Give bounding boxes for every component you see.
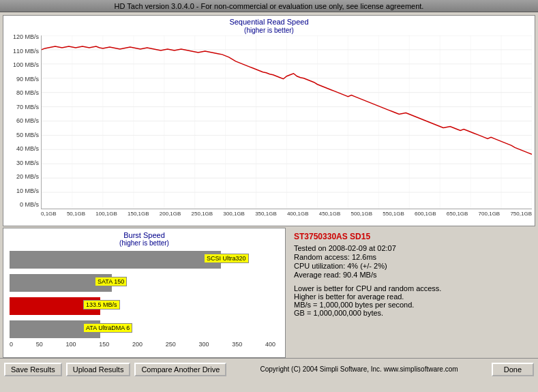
burst-x-axis: 0 50 100 150 200 250 300 350 400 bbox=[10, 340, 275, 348]
info-note-2: Higher is better for average read. bbox=[294, 292, 530, 301]
x-label-250: 250,1GB bbox=[192, 211, 213, 217]
x-label-750: 750,1GB bbox=[510, 211, 532, 217]
drive-model-title: ST3750330AS SD15 bbox=[294, 232, 530, 241]
y-label-40: 40 MB/s bbox=[6, 146, 39, 152]
x-label-300: 300,1GB bbox=[223, 211, 245, 217]
burst-x-0: 0 bbox=[10, 341, 13, 348]
info-line-3: CPU utilization: 4% (+/- 2%) bbox=[294, 262, 530, 270]
footer: Save Results Upload Results Compare Anot… bbox=[0, 358, 538, 380]
title-text: HD Tach version 3.0.4.0 - For non-commer… bbox=[115, 2, 424, 10]
burst-chart-title: Burst Speed bbox=[6, 231, 282, 239]
y-label-100: 100 MB/s bbox=[6, 62, 39, 68]
x-label-550: 550,1GB bbox=[383, 211, 404, 217]
x-label-600: 600,1GB bbox=[415, 211, 436, 217]
upload-results-button[interactable]: Upload Results bbox=[66, 363, 131, 376]
burst-bar-actual-label: 133.5 MB/s bbox=[83, 300, 120, 310]
x-label-350: 350,1GB bbox=[255, 211, 277, 217]
title-bar: HD Tach version 3.0.4.0 - For non-commer… bbox=[0, 0, 538, 12]
burst-section: Burst Speed (higher is better) SCSI Ultr… bbox=[3, 228, 286, 358]
x-label-150: 150,1GB bbox=[128, 211, 149, 217]
x-label-500: 500,1GB bbox=[350, 211, 372, 217]
y-label-120: 120 MB/s bbox=[6, 34, 39, 40]
burst-x-100: 100 bbox=[65, 341, 76, 348]
info-line-1: Tested on 2008-02-09 at 02:07 bbox=[294, 244, 530, 252]
burst-x-200: 200 bbox=[132, 341, 143, 348]
x-axis-labels: 0,1GB 50,1GB 100,1GB 150,1GB 200,1GB 250… bbox=[41, 209, 532, 217]
y-label-70: 70 MB/s bbox=[6, 104, 39, 110]
burst-bar-ata-label: ATA UltraDMA 6 bbox=[83, 323, 132, 333]
y-label-10: 10 MB/s bbox=[6, 188, 39, 194]
burst-bar-scsi-fill bbox=[10, 251, 221, 269]
y-label-50: 50 MB/s bbox=[6, 132, 39, 138]
y-label-80: 80 MB/s bbox=[6, 90, 39, 96]
burst-bar-sata: SATA 150 bbox=[10, 274, 255, 292]
burst-x-50: 50 bbox=[36, 341, 43, 348]
save-results-button[interactable]: Save Results bbox=[4, 363, 62, 376]
x-label-450: 450,1GB bbox=[319, 211, 341, 217]
x-label-200: 200,1GB bbox=[160, 211, 181, 217]
y-label-110: 110 MB/s bbox=[6, 48, 39, 55]
x-label-100: 100,1GB bbox=[95, 211, 117, 217]
y-label-30: 30 MB/s bbox=[6, 160, 39, 166]
bottom-area: Burst Speed (higher is better) SCSI Ultr… bbox=[3, 228, 535, 358]
info-line-4: Average read: 90.4 MB/s bbox=[294, 271, 530, 279]
burst-bar-sata-label: SATA 150 bbox=[95, 277, 127, 286]
burst-x-150: 150 bbox=[99, 341, 109, 348]
burst-x-250: 250 bbox=[166, 341, 176, 348]
burst-bar-ata: ATA UltraDMA 6 bbox=[10, 320, 255, 338]
y-label-60: 60 MB/s bbox=[6, 118, 39, 124]
x-label-700: 700,1GB bbox=[479, 211, 500, 217]
x-label-650: 650,1GB bbox=[447, 211, 468, 217]
burst-bar-scsi-label: SCSI Ultra320 bbox=[204, 254, 249, 263]
x-label-50: 50,1GB bbox=[67, 211, 85, 217]
compare-drive-button[interactable]: Compare Another Drive bbox=[134, 363, 226, 376]
burst-bar-actual: 133.5 MB/s bbox=[10, 297, 255, 315]
y-label-90: 90 MB/s bbox=[6, 76, 39, 82]
info-note-3: MB/s = 1,000,000 bytes per second. bbox=[294, 301, 530, 309]
footer-copyright: Copyright (C) 2004 Simpli Software, Inc.… bbox=[230, 365, 487, 373]
burst-x-350: 350 bbox=[232, 341, 242, 348]
burst-x-300: 300 bbox=[198, 341, 209, 348]
drive-info-section: ST3750330AS SD15 Tested on 2008-02-09 at… bbox=[288, 228, 535, 358]
info-note-4: GB = 1,000,000,000 bytes. bbox=[294, 309, 530, 317]
x-label-400: 400,1GB bbox=[287, 211, 309, 217]
burst-bars: SCSI Ultra320 SATA 150 133.5 MB/s bbox=[6, 251, 282, 340]
sequential-chart-plot bbox=[41, 35, 532, 209]
y-label-20: 20 MB/s bbox=[6, 174, 39, 180]
sequential-chart-subtitle: (higher is better) bbox=[3, 27, 535, 34]
done-button[interactable]: Done bbox=[492, 363, 534, 376]
sequential-chart: Sequential Read Speed (higher is better)… bbox=[3, 15, 535, 226]
y-label-0: 0 MB/s bbox=[6, 202, 39, 208]
y-axis-labels: 120 MB/s 110 MB/s 100 MB/s 90 MB/s 80 MB… bbox=[6, 34, 39, 208]
burst-x-400: 400 bbox=[265, 341, 275, 348]
sequential-chart-svg bbox=[42, 35, 532, 209]
info-note-1: Lower is better for CPU and random acces… bbox=[294, 284, 530, 292]
sequential-chart-title: Sequential Read Speed bbox=[3, 16, 535, 27]
info-line-2: Random access: 12.6ms bbox=[294, 253, 530, 261]
x-label-0: 0,1GB bbox=[41, 211, 57, 217]
burst-chart-subtitle: (higher is better) bbox=[6, 239, 282, 247]
info-notes: Lower is better for CPU and random acces… bbox=[294, 284, 530, 317]
burst-bar-scsi: SCSI Ultra320 bbox=[10, 251, 255, 269]
